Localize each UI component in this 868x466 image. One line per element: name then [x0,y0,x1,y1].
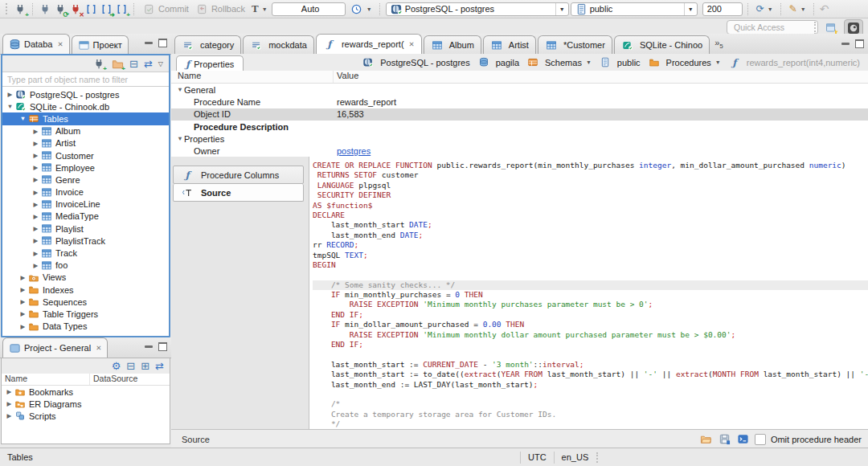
tree-item-playlisttrack[interactable]: ▶PlaylistTrack [2,235,169,247]
side-tab-procedure-columns[interactable]: ƒProcedure Columns [173,166,304,184]
project-item-er-diagrams[interactable]: ▶ER Diagrams [2,398,170,410]
editor-tab-rewards-report[interactable]: ƒrewards_report(✕ [316,34,422,54]
tree-item-sqlite-chinook-db[interactable]: ▼SQLite - Chinook.db [2,100,169,112]
editor-tab-artist[interactable]: Artist [483,35,536,54]
editor-tab-category[interactable]: category [174,35,241,54]
property-row-properties[interactable]: ▼Properties [171,133,868,145]
property-row-procedure-name[interactable]: Procedure Namerewards_report [171,96,868,108]
editor-tab-mockdata[interactable]: mockdata [243,35,314,54]
expand-arrow-icon[interactable]: ▶ [5,412,14,419]
expand-arrow-icon[interactable]: ▶ [31,213,40,220]
collapse-all-icon[interactable]: ⊟ [129,59,138,69]
chevron-down-icon[interactable]: ▼ [586,59,592,65]
collapse-arrow-icon[interactable]: ▼ [18,115,27,122]
tree-item-track[interactable]: ▶Track [2,247,169,259]
project-item-scripts[interactable]: ▶Scripts [2,410,170,422]
gear-icon[interactable]: ⚙ [112,361,121,371]
tree-item-playlist[interactable]: ▶Playlist [2,223,169,235]
expand-arrow-icon[interactable]: ▶ [31,189,40,196]
expand-arrow-icon[interactable]: ▶ [31,176,40,183]
console-icon[interactable] [736,432,750,446]
expand-arrow-icon[interactable]: ▶ [18,323,27,330]
expand-arrow-icon[interactable]: ▶ [18,310,27,317]
collapse-arrow-icon[interactable]: ▼ [176,86,184,93]
expand-arrow-icon[interactable]: ▶ [31,201,40,208]
close-icon[interactable]: ✕ [57,40,63,48]
omit-procedure-header-checkbox[interactable] [755,434,766,445]
tree-item-views[interactable]: ▶Views [2,272,169,284]
tree-item-invoiceline[interactable]: ▶InvoiceLine [2,198,169,211]
new-connection-icon[interactable]: + [92,57,105,70]
tree-item-sequences[interactable]: ▶Sequences [2,296,169,308]
open-sql-editor-icon[interactable]: ➜ [100,2,113,16]
minimize-icon[interactable] [145,345,153,348]
tree-item-genre[interactable]: ▶Genre [2,174,169,186]
editor-tab-sqlite-chinoo[interactable]: SQLite - Chinoo [614,35,710,54]
tab-database-navigator[interactable]: Databa ✕ [2,34,70,54]
status-timezone[interactable]: UTC [528,452,547,462]
tree-item-indexes[interactable]: ▶Indexes [2,284,169,296]
tab-properties[interactable]: ƒ Properties [176,55,244,72]
breadcrumb-item-pagila[interactable]: pagila [477,57,519,67]
disconnect-icon[interactable]: ✕ [69,2,83,16]
property-row-general[interactable]: ▼General [171,84,868,96]
rollback-button[interactable]: Rollback [193,2,248,16]
new-sql-editor-icon[interactable] [84,2,98,16]
schema-combo[interactable]: public ▼ [571,2,698,16]
tree-item-customer[interactable]: ▶Customer [2,149,169,161]
breadcrumb-item-schemas[interactable]: Schemas▼ [526,57,592,67]
new-connection-icon[interactable]: + [14,2,27,16]
expand-arrow-icon[interactable]: ▶ [31,225,40,232]
open-file-icon[interactable] [699,432,713,446]
tree-item-tables[interactable]: ▼Tables [2,112,169,125]
status-locale[interactable]: en_US [562,452,589,462]
expand-arrow-icon[interactable]: ▶ [18,286,27,293]
tree-item-table-triggers[interactable]: ▶Table Triggers [2,308,169,320]
tab-project-general[interactable]: Project - General ✕ [2,337,108,358]
project-item-bookmarks[interactable]: ▶Bookmarks [2,386,170,398]
fetch-size-input[interactable]: 200 [702,2,743,16]
undo-icon[interactable]: ↶ [820,3,829,14]
quick-access-input[interactable]: Quick Access [727,20,818,35]
navigator-filter-input[interactable]: Type part of object name to filter [2,72,169,87]
save-icon[interactable] [718,432,731,446]
tree-item-employee[interactable]: ▶Employee [2,161,169,174]
tx-mode-combo[interactable]: Auto [272,2,346,16]
tree-item-invoice[interactable]: ▶Invoice [2,186,169,198]
expand-arrow-icon[interactable]: ▶ [31,262,40,269]
link-with-editor-icon[interactable]: ⇄ [144,59,153,69]
tab-overflow-indicator[interactable]: »5 [714,38,723,50]
side-tab-source[interactable]: Source [173,184,304,202]
expand-arrow-icon[interactable]: ▶ [31,128,40,135]
expand-arrow-icon[interactable]: ▶ [31,250,40,257]
maximize-icon[interactable] [158,342,167,351]
editor-page-tab-source[interactable]: Source [182,435,210,444]
connect-icon[interactable] [39,2,52,16]
collapse-arrow-icon[interactable]: ▼ [6,103,14,110]
breadcrumb-item-rewards-report-int4-numeric[interactable]: ƒrewards_report(int4,numeric) [728,57,860,67]
editor-tab-customer[interactable]: *Customer [538,35,612,54]
collapse-arrow-icon[interactable]: ▼ [176,135,184,142]
refresh-button[interactable]: ⟳ ▼ [754,2,776,16]
property-row-owner[interactable]: Ownerpostgres [171,145,868,157]
new-folder-icon[interactable]: + [111,57,124,70]
generate-button[interactable]: ✎ ▼ [787,2,809,16]
tx-history-button[interactable]: ▼ [347,2,375,16]
expand-arrow-icon[interactable]: ▶ [18,298,27,305]
tree-item-data-types[interactable]: ▶Data Types [2,321,169,333]
breadcrumb-item-procedures[interactable]: Procedures▼ [648,57,721,67]
expand-arrow-icon[interactable]: ▶ [18,274,27,281]
expand-arrow-icon[interactable]: ▶ [5,400,14,407]
breadcrumb-item-public[interactable]: public [599,57,641,67]
tree-item-foo[interactable]: ▶foo [2,260,169,272]
new-sql-script-icon[interactable]: + [115,2,129,16]
expand-arrow-icon[interactable]: ▶ [31,237,40,244]
expand-arrow-icon[interactable]: ▶ [5,388,14,395]
close-icon[interactable]: ✕ [96,344,101,352]
collapse-all-icon[interactable]: ⊟ [126,361,135,371]
link-with-editor-icon[interactable]: ⇄ [155,361,164,371]
property-row-procedure-description[interactable]: Procedure Description [171,121,868,133]
source-code-editor[interactable]: CREATE OR REPLACE FUNCTION public.reward… [309,157,868,430]
connection-combo[interactable]: PostgreSQL - postgres ▼ [386,2,569,16]
editor-tab-album[interactable]: Album [424,35,481,54]
